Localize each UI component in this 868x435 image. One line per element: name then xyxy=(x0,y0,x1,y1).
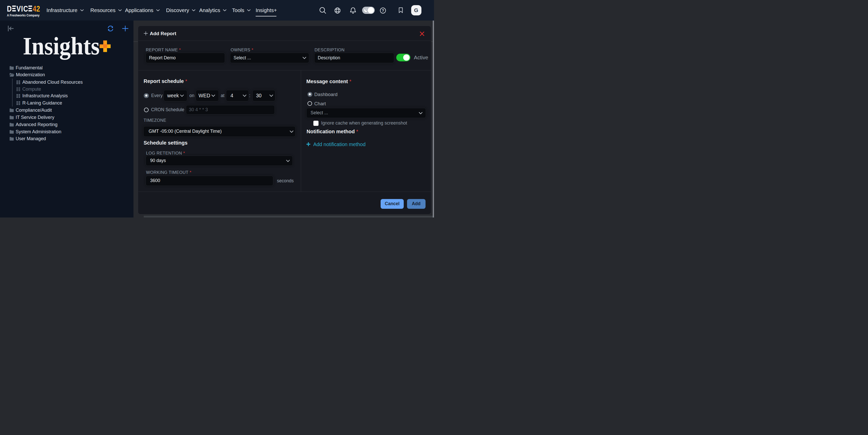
svg-text:V: V xyxy=(17,5,21,13)
svg-text:A Freshworks Company: A Freshworks Company xyxy=(7,13,40,17)
svg-text:D: D xyxy=(7,5,11,13)
svg-text:I: I xyxy=(21,5,23,13)
svg-text:2: 2 xyxy=(36,5,40,13)
svg-text:C: C xyxy=(23,5,28,13)
svg-text:?: ? xyxy=(382,8,384,12)
svg-text:4: 4 xyxy=(33,5,36,13)
